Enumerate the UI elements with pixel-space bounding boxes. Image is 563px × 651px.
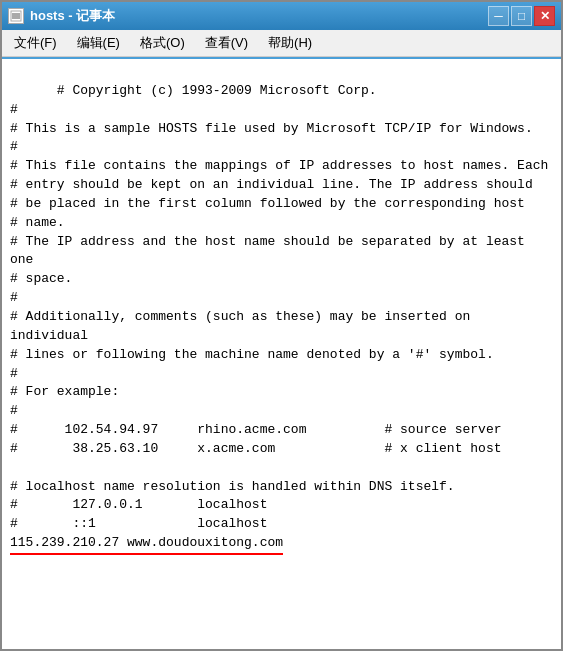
window-title: hosts - 记事本 [30, 7, 115, 25]
minimize-button[interactable]: ─ [488, 6, 509, 26]
last-line: 115.239.210.27 www.doudouxitong.com [10, 534, 283, 555]
notepad-window: hosts - 记事本 ─ □ ✕ 文件(F) 编辑(E) 格式(O) 查看(V… [0, 0, 563, 651]
menu-file[interactable]: 文件(F) [6, 32, 65, 54]
text-editor-area[interactable]: # Copyright (c) 1993-2009 Microsoft Corp… [2, 57, 561, 649]
menu-edit[interactable]: 编辑(E) [69, 32, 128, 54]
app-icon [8, 8, 24, 24]
menu-bar: 文件(F) 编辑(E) 格式(O) 查看(V) 帮助(H) [2, 30, 561, 57]
menu-help[interactable]: 帮助(H) [260, 32, 320, 54]
close-button[interactable]: ✕ [534, 6, 555, 26]
title-bar-left: hosts - 记事本 [8, 7, 115, 25]
menu-format[interactable]: 格式(O) [132, 32, 193, 54]
text-content: # Copyright (c) 1993-2009 Microsoft Corp… [10, 63, 553, 574]
menu-view[interactable]: 查看(V) [197, 32, 256, 54]
title-bar: hosts - 记事本 ─ □ ✕ [2, 2, 561, 30]
main-text: # Copyright (c) 1993-2009 Microsoft Corp… [10, 83, 548, 531]
window-controls: ─ □ ✕ [488, 6, 555, 26]
maximize-button[interactable]: □ [511, 6, 532, 26]
